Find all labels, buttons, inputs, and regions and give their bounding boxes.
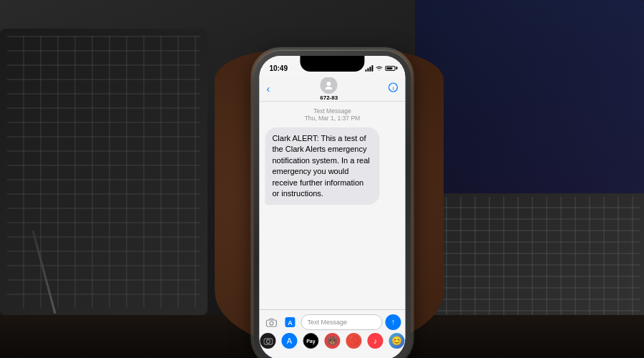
input-bar: A Text Message ↑ [259, 309, 405, 358]
status-time: 10:49 [269, 62, 288, 72]
music-icon[interactable]: ♪ [367, 333, 383, 349]
text-input-placeholder: Text Message [307, 319, 347, 326]
messages-area: Text Message Thu, Mar 1, 1:37 PM Clark A… [259, 102, 405, 309]
message-timestamp: Text Message Thu, Mar 1, 1:37 PM [265, 107, 399, 122]
text-input[interactable]: Text Message [301, 314, 382, 330]
message-bubble: Clark ALERT: This a test of the Clark Al… [265, 127, 379, 205]
no-icon[interactable]: 🚫 [346, 333, 361, 349]
applepay-icon[interactable]: Pay [303, 333, 318, 349]
svg-point-4 [270, 321, 273, 325]
phone: 10:49 [253, 50, 411, 358]
back-chevron-icon: ‹ [266, 84, 270, 94]
svg-point-0 [327, 82, 331, 86]
back-button[interactable]: ‹ [266, 84, 270, 94]
appstore-button[interactable]: A [282, 314, 298, 330]
phone-screen: 10:49 [259, 56, 405, 358]
bear-icon[interactable]: 🐻 [324, 333, 340, 349]
battery-icon [385, 66, 395, 71]
camera-button[interactable] [263, 314, 279, 330]
svg-text:A: A [288, 319, 293, 326]
contact-avatar [321, 77, 338, 94]
svg-text:i: i [393, 85, 394, 92]
memoji-icon[interactable]: 😊 [389, 333, 404, 349]
status-icons [365, 62, 395, 72]
message-text: Clark ALERT: This a test of the Clark Al… [272, 134, 369, 198]
send-button[interactable]: ↑ [385, 314, 401, 330]
notch [300, 56, 364, 72]
app-icons-row: A Pay 🐻 🚫 ♪ 😊 [263, 333, 401, 349]
nav-bar: ‹ 672-83 i [259, 76, 405, 102]
wifi-icon [375, 65, 383, 71]
svg-point-8 [266, 339, 270, 343]
signal-icon [365, 65, 373, 72]
hand: 10:49 [143, 43, 515, 351]
info-button[interactable]: i [388, 82, 398, 95]
svg-rect-3 [266, 320, 276, 326]
appstore-app-icon[interactable]: A [281, 333, 297, 349]
camera-app-icon[interactable] [260, 333, 275, 349]
input-row: A Text Message ↑ [263, 314, 401, 330]
person-icon [324, 80, 334, 90]
contact-info[interactable]: 672-83 [320, 77, 338, 101]
send-arrow-icon: ↑ [391, 318, 396, 326]
contact-number: 672-83 [320, 95, 338, 101]
